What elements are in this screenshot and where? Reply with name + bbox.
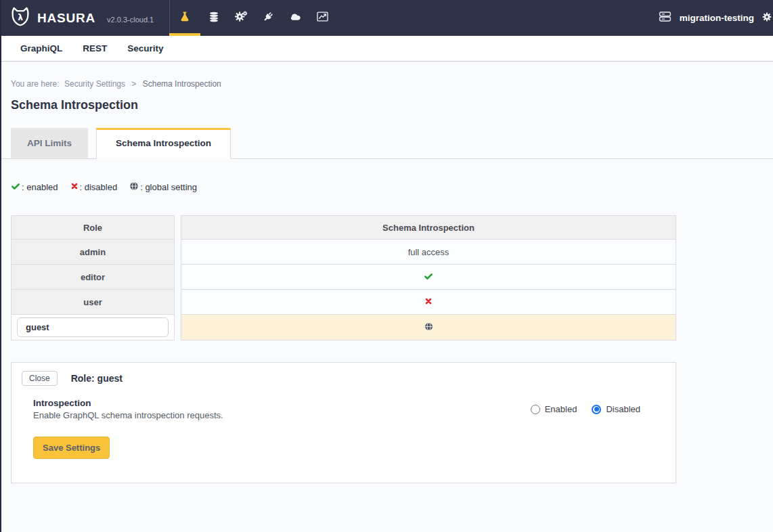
legend-disabled: : disabled: [70, 182, 118, 192]
table-row-guest-role-cell: [11, 315, 175, 340]
globe-icon: [424, 322, 433, 333]
table-row-editor-role: editor: [11, 265, 175, 290]
settings-gear-icon[interactable]: [761, 12, 772, 25]
version-label: v2.0.3-cloud.1: [107, 16, 154, 24]
setting-description: Enable GraphQL schema introspection requ…: [33, 410, 223, 420]
nav-item-remote-schemas[interactable]: [255, 0, 282, 36]
check-icon: [424, 271, 433, 283]
subnav-item-rest[interactable]: REST: [83, 43, 107, 53]
main-icon-nav: [169, 0, 336, 36]
nav-item-data[interactable]: [200, 0, 227, 36]
breadcrumb-parent[interactable]: Security Settings: [64, 79, 125, 89]
subnav-item-graphiql[interactable]: GraphiQL: [20, 43, 62, 53]
radio-disabled-circle[interactable]: [592, 405, 601, 414]
new-role-input[interactable]: [17, 317, 169, 337]
cross-icon: [424, 297, 433, 307]
radio-option-disabled[interactable]: Disabled: [592, 404, 640, 414]
breadcrumb-separator: >: [131, 79, 136, 89]
radio-enabled-circle[interactable]: [531, 405, 540, 414]
page-title: Schema Introspection: [11, 98, 773, 112]
nav-item-actions[interactable]: [227, 0, 255, 36]
subnav-item-security[interactable]: Security: [127, 43, 163, 53]
hasura-logo-icon: λ: [9, 6, 31, 30]
role-column: Role admin editor user: [11, 215, 175, 340]
introspection-column: Schema Introspection full access: [181, 215, 676, 340]
legend-enabled: : enabled: [11, 181, 58, 193]
table-row-admin-role: admin: [11, 240, 175, 265]
main-content: You are here: Security Settings > Schema…: [0, 79, 773, 483]
legend: : enabled : disabled : global setting: [11, 181, 773, 193]
globe-icon: [129, 181, 139, 193]
table-row-user-role: user: [11, 290, 175, 315]
save-settings-button[interactable]: Save Settings: [33, 437, 110, 459]
database-icon: [208, 11, 220, 26]
role-settings-panel: Close Role: guest Introspection Enable G…: [11, 362, 676, 483]
project-name[interactable]: migration-testing: [680, 13, 754, 23]
table-cell-guest-value[interactable]: [181, 315, 676, 340]
table-cell-admin-value[interactable]: full access: [181, 240, 676, 265]
cross-icon: [70, 182, 79, 192]
setting-title: Introspection: [33, 398, 223, 408]
breadcrumb: You are here: Security Settings > Schema…: [11, 79, 773, 89]
table-cell-user-value[interactable]: [181, 290, 676, 315]
legend-global-setting: : global setting: [129, 181, 197, 193]
server-icon: [658, 9, 672, 26]
panel-header: Close Role: guest: [12, 363, 676, 386]
roles-table: Role admin editor user Schema Introspect…: [11, 215, 676, 340]
subnav: GraphiQL REST Security: [0, 36, 773, 62]
cloud-icon: [289, 10, 302, 26]
radio-option-enabled[interactable]: Enabled: [531, 404, 577, 414]
check-icon: [11, 181, 21, 193]
window-left-edge: [0, 0, 1, 532]
table-cell-editor-value[interactable]: [181, 265, 676, 290]
panel-role-label: Role: guest: [71, 373, 123, 384]
top-nav: λ HASURA v2.0.3-cloud.1: [0, 0, 773, 36]
close-button[interactable]: Close: [22, 371, 58, 386]
chart-line-icon: [316, 10, 329, 26]
nav-item-events[interactable]: [282, 0, 309, 36]
introspection-radio-group: Enabled Disabled: [531, 404, 640, 414]
cogs-icon: [235, 10, 248, 26]
breadcrumb-current: Schema Introspection: [143, 79, 221, 89]
role-column-header: Role: [11, 215, 175, 240]
nav-item-monitoring[interactable]: [309, 0, 336, 36]
brand[interactable]: λ HASURA v2.0.3-cloud.1: [9, 6, 154, 30]
nav-item-api[interactable]: [169, 0, 200, 36]
flask-icon: [179, 11, 191, 26]
introspection-column-header: Schema Introspection: [181, 215, 676, 240]
breadcrumb-prefix: You are here:: [11, 79, 60, 89]
setting-text: Introspection Enable GraphQL schema intr…: [33, 398, 223, 420]
svg-text:λ: λ: [18, 12, 23, 22]
tab-api-limits[interactable]: API Limits: [11, 128, 88, 158]
tab-strip: API Limits Schema Introspection: [0, 128, 773, 159]
tab-schema-introspection[interactable]: Schema Introspection: [96, 128, 231, 159]
panel-body: Introspection Enable GraphQL schema intr…: [33, 398, 640, 420]
plug-icon: [262, 11, 274, 26]
header-right: migration-testing: [658, 9, 773, 26]
brand-name: HASURA: [37, 11, 95, 26]
